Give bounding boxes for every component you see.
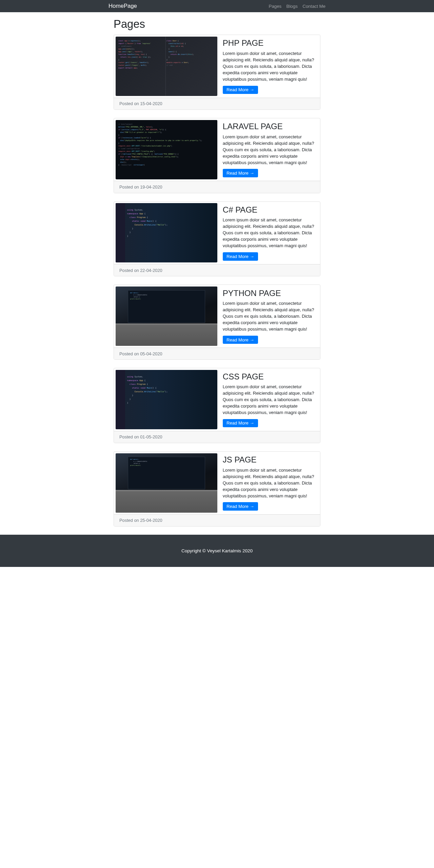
page-card-title: LARAVEL PAGE (223, 122, 315, 131)
posted-date: 01-05-2020 (140, 434, 162, 439)
nav-links: Pages Blogs Contact Me (269, 4, 326, 9)
posted-prefix: Posted on (119, 184, 140, 190)
posted-prefix: Posted on (119, 101, 140, 106)
read-more-button[interactable]: Read More → (223, 86, 258, 94)
page-card-excerpt: Lorem ipsum dolor sit amet, consectetur … (223, 383, 315, 416)
page-card-footer: Posted on 22-04-2020 (114, 264, 320, 276)
page-card-excerpt: Lorem ipsum dolor sit amet, consectetur … (223, 467, 315, 499)
nav-link-contact[interactable]: Contact Me (302, 4, 326, 9)
page-card-excerpt: Lorem ipsum dolor sit amet, consectetur … (223, 50, 315, 82)
page-card-title: C# PAGE (223, 205, 315, 215)
page-card-footer: Posted on 19-04-2020 (114, 181, 320, 193)
posted-prefix: Posted on (119, 268, 140, 273)
page-thumbnail[interactable]: // bin/laraveldefine("PSI_INTERNAL_XML",… (116, 120, 217, 179)
page-card-footer: Posted on 25-04-2020 (114, 514, 320, 526)
posted-prefix: Posted on (119, 518, 140, 523)
page-card: using System;namespace App { class Progr… (114, 368, 320, 443)
page-card: // bin/laraveldefine("PSI_INTERNAL_XML",… (114, 118, 320, 193)
page-card-footer: Posted on 15-04-2020 (114, 98, 320, 110)
read-more-button[interactable]: Read More → (223, 336, 258, 344)
brand-link[interactable]: HomePage (108, 3, 137, 9)
page-card: def main(): x = compute(data) return xpr… (114, 451, 320, 527)
posted-prefix: Posted on (119, 434, 140, 439)
read-more-button[interactable]: Read More → (223, 502, 258, 511)
posted-date: 05-04-2020 (140, 351, 162, 356)
posted-date: 15-04-2020 (140, 101, 162, 106)
posted-date: 25-04-2020 (140, 518, 162, 523)
page-thumbnail[interactable]: const app = express();import { Router } … (116, 37, 217, 96)
posted-date: 22-04-2020 (140, 268, 162, 273)
page-card-footer: Posted on 01-05-2020 (114, 431, 320, 443)
nav-link-blogs[interactable]: Blogs (287, 4, 298, 9)
page-card: const app = express();import { Router } … (114, 35, 320, 110)
read-more-button[interactable]: Read More → (223, 252, 258, 261)
page-thumbnail[interactable]: def main(): x = compute(data) return xpr… (116, 287, 217, 346)
page-thumbnail[interactable]: using System;namespace App { class Progr… (116, 370, 217, 429)
page-thumbnail[interactable]: using System;namespace App { class Progr… (116, 203, 217, 262)
page-card-title: PYTHON PAGE (223, 289, 315, 298)
page-card: def main(): x = compute(data) return xpr… (114, 284, 320, 360)
site-footer: Copyright © Veysel Kartalmis 2020 (0, 535, 434, 567)
page-card-excerpt: Lorem ipsum dolor sit amet, consectetur … (223, 300, 315, 332)
page-card-footer: Posted on 05-04-2020 (114, 348, 320, 359)
page-card-excerpt: Lorem ipsum dolor sit amet, consectetur … (223, 134, 315, 166)
page-card-title: PHP PAGE (223, 38, 315, 48)
read-more-button[interactable]: Read More → (223, 169, 258, 177)
footer-text: Copyright © Veysel Kartalmis 2020 (0, 548, 434, 553)
page-card: using System;namespace App { class Progr… (114, 201, 320, 277)
page-thumbnail[interactable]: def main(): x = compute(data) return xpr… (116, 453, 217, 513)
nav-link-pages[interactable]: Pages (269, 4, 282, 9)
page-card-excerpt: Lorem ipsum dolor sit amet, consectetur … (223, 217, 315, 249)
read-more-button[interactable]: Read More → (223, 419, 258, 428)
page-card-title: JS PAGE (223, 455, 315, 465)
posted-date: 19-04-2020 (140, 184, 162, 190)
navbar: HomePage Pages Blogs Contact Me (0, 0, 434, 12)
page-title: Pages (114, 18, 320, 31)
posted-prefix: Posted on (119, 351, 140, 356)
page-card-title: CSS PAGE (223, 372, 315, 381)
